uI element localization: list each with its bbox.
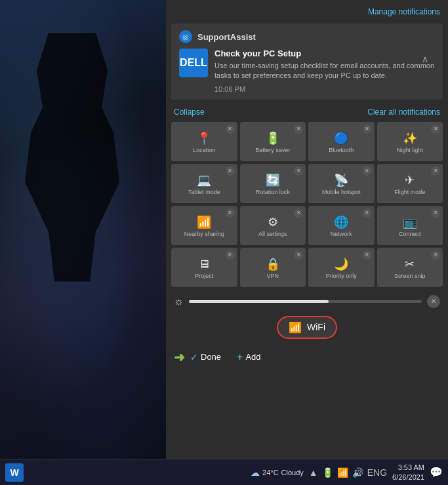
wifi-taskbar-icon[interactable]: 📶	[337, 467, 348, 478]
taskbar-clock[interactable]: 3:53 AM 6/26/2021	[392, 463, 424, 482]
wallpaper-silhouette	[13, 33, 131, 282]
quick-tile-bluetooth[interactable]: 🔵 Bluetooth	[308, 122, 375, 161]
done-add-bar: ➜ ✓ Done + Add	[166, 344, 448, 370]
brightness-fill	[189, 300, 329, 303]
notification-title: Check your PC Setup	[214, 48, 435, 58]
collapse-notification-btn[interactable]: ∧	[422, 54, 428, 64]
notification-card[interactable]: DELL Check your PC Setup Use our time-sa…	[179, 48, 435, 93]
quick-tile-project[interactable]: 🖥 Project	[171, 248, 237, 287]
volume-badge[interactable]: ✕	[427, 295, 440, 308]
manage-notifications-link[interactable]: Manage notifications	[368, 7, 440, 16]
tile-badge-connect	[431, 208, 440, 218]
tile-badge-priority-only	[363, 250, 372, 260]
tile-label-rotation-lock: Rotation lock	[256, 189, 290, 196]
notification-card-wrapper: DELL Check your PC Setup Use our time-sa…	[179, 48, 435, 93]
notification-panel: Manage notifications ◎ SupportAssist DEL…	[166, 0, 448, 459]
quick-tile-rotation-lock[interactable]: 🔄 Rotation lock	[240, 164, 306, 203]
wifi-callout-icon: 📶	[289, 321, 302, 334]
tile-icon-flight-mode: ✈	[405, 173, 415, 187]
tile-label-screen-snip: Screen snip	[394, 273, 426, 280]
quick-tile-mobile-hotspot[interactable]: 📡 Mobile hotspot	[308, 164, 375, 203]
tile-badge-nearby-sharing	[226, 208, 235, 218]
wifi-callout-label: WiFi	[307, 322, 325, 332]
wifi-callout[interactable]: 📶 WiFi	[277, 316, 337, 339]
tile-badge-screen-snip	[431, 250, 440, 260]
taskbar-start: W	[5, 463, 24, 482]
quick-tile-location[interactable]: 📍 Location	[171, 122, 237, 161]
notification-content: Check your PC Setup Use our time-saving …	[214, 48, 435, 93]
volume-taskbar-icon[interactable]: 🔊	[352, 467, 363, 478]
tile-badge-location	[226, 125, 235, 134]
clear-all-link[interactable]: Clear all notifications	[367, 107, 440, 117]
tile-badge-project	[226, 250, 235, 260]
support-assist-app-name: SupportAssist	[197, 32, 256, 42]
tile-icon-project: 🖥	[198, 258, 210, 271]
tile-badge-vpn	[294, 250, 303, 260]
notification-body: Use our time-saving setup checklist for …	[214, 61, 435, 81]
taskbar-icons: ▲ 🔋 📶 🔊 ENG	[309, 467, 387, 478]
tile-icon-bluetooth: 🔵	[334, 131, 348, 146]
quick-actions-grid: 📍 Location 🔋 Battery saver 🔵 Bluetooth ✨…	[166, 119, 448, 290]
tile-icon-mobile-hotspot: 📡	[334, 173, 348, 187]
tile-badge-network	[363, 208, 372, 218]
wallpaper	[0, 0, 171, 459]
tile-badge-flight-mode	[431, 166, 440, 176]
tile-label-location: Location	[193, 147, 215, 154]
tile-icon-vpn: 🔒	[266, 257, 280, 271]
quick-tile-battery-saver[interactable]: 🔋 Battery saver	[240, 122, 306, 161]
done-arrow-icon: ➜	[174, 349, 185, 365]
network-status-icon[interactable]: ▲	[309, 467, 318, 478]
quick-tile-network[interactable]: 🌐 Network	[308, 206, 375, 245]
tile-label-night-light: Night light	[397, 147, 423, 154]
notification-center-icon[interactable]: 💬	[430, 466, 443, 478]
tile-label-bluetooth: Bluetooth	[329, 147, 354, 154]
tile-badge-mobile-hotspot	[363, 166, 372, 176]
tile-label-battery-saver: Battery saver	[255, 147, 290, 154]
tile-label-nearby-sharing: Nearby sharing	[184, 231, 224, 238]
quick-tile-all-settings[interactable]: ⚙ All settings	[240, 206, 306, 245]
add-button[interactable]: + Add	[237, 351, 260, 363]
taskbar-right: ☁ 24°C Cloudy ▲ 🔋 📶 🔊 ENG 3:53 AM 6/26/2…	[251, 463, 443, 482]
tile-icon-tablet-mode: 💻	[197, 173, 211, 187]
tile-icon-all-settings: ⚙	[268, 215, 278, 229]
manage-notifications-header: Manage notifications	[166, 0, 448, 21]
clock-time: 3:53 AM	[392, 463, 424, 472]
quick-tile-flight-mode[interactable]: ✈ Flight mode	[377, 164, 443, 203]
action-center-controls: Collapse Clear all notifications	[166, 102, 448, 119]
weather-desc: Cloudy	[281, 469, 304, 476]
tile-label-flight-mode: Flight mode	[394, 189, 425, 196]
quick-tile-tablet-mode[interactable]: 💻 Tablet mode	[171, 164, 237, 203]
quick-tile-screen-snip[interactable]: ✂ Screen snip	[377, 248, 443, 287]
battery-taskbar-icon: 🔋	[322, 467, 333, 478]
tile-label-tablet-mode: Tablet mode	[188, 189, 220, 196]
tile-badge-bluetooth	[363, 125, 372, 134]
wifi-callout-container: 📶 WiFi	[166, 311, 448, 344]
quick-tile-night-light[interactable]: ✨ Night light	[377, 122, 443, 161]
notification-time: 10:06 PM	[214, 85, 435, 93]
tile-icon-rotation-lock: 🔄	[266, 173, 280, 187]
collapse-link[interactable]: Collapse	[174, 107, 205, 117]
support-assist-icon: ◎	[179, 30, 192, 43]
tile-icon-location: 📍	[197, 131, 211, 146]
quick-tile-vpn[interactable]: 🔒 VPN	[240, 248, 306, 287]
brightness-area: ☼ ✕	[166, 290, 448, 311]
done-button[interactable]: ✓ Done	[190, 352, 221, 362]
quick-tile-priority-only[interactable]: 🌙 Priority only	[308, 248, 375, 287]
taskbar: W ☁ 24°C Cloudy ▲ 🔋 📶 🔊 ENG 3:53 AM 6/26…	[0, 459, 448, 485]
word-icon[interactable]: W	[5, 463, 24, 482]
brightness-slider[interactable]	[189, 300, 422, 303]
language-indicator[interactable]: ENG	[367, 467, 387, 478]
tile-icon-screen-snip: ✂	[405, 257, 415, 271]
quick-tile-connect[interactable]: 📺 Connect	[377, 206, 443, 245]
tile-badge-night-light	[431, 125, 440, 134]
support-assist-header: ◎ SupportAssist	[179, 30, 435, 43]
tile-icon-network: 🌐	[334, 215, 348, 229]
taskbar-weather[interactable]: ☁ 24°C Cloudy	[251, 467, 304, 478]
tile-icon-priority-only: 🌙	[334, 257, 348, 271]
brightness-icon: ☼	[174, 296, 184, 307]
tile-badge-all-settings	[294, 208, 303, 218]
tile-icon-nearby-sharing: 📶	[197, 215, 211, 229]
plus-icon: +	[237, 351, 243, 363]
quick-tile-nearby-sharing[interactable]: 📶 Nearby sharing	[171, 206, 237, 245]
tile-label-vpn: VPN	[266, 273, 279, 280]
